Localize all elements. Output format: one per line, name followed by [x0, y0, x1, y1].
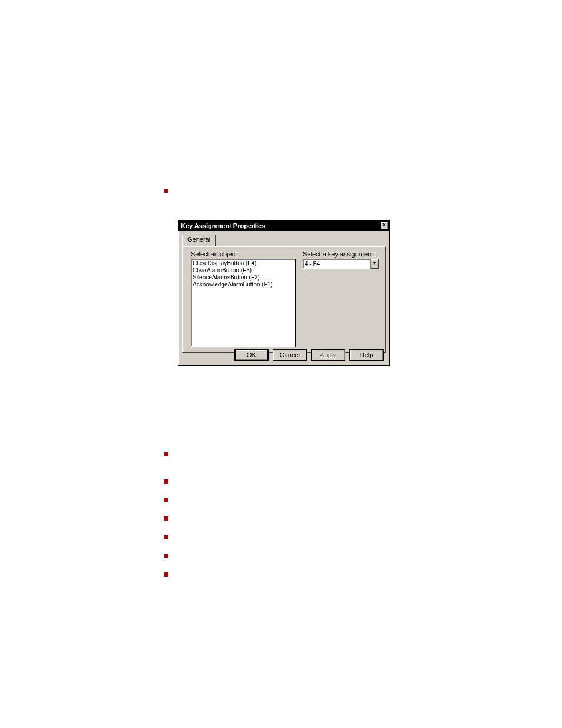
list-item[interactable]: AcknowledgeAlarmButton (F1): [193, 281, 294, 288]
chevron-down-icon[interactable]: ▼: [370, 259, 379, 269]
ok-button[interactable]: OK: [234, 349, 269, 361]
label-select-object: Select an object:: [191, 251, 239, 258]
combo-value: 4 - F4: [305, 261, 320, 267]
ok-label: OK: [247, 351, 256, 358]
apply-button[interactable]: Apply: [311, 349, 345, 361]
bullet: [164, 189, 168, 193]
key-assignment-combo[interactable]: 4 - F4 ▼: [303, 259, 379, 269]
close-icon[interactable]: ×: [380, 222, 388, 230]
bullet: [164, 516, 168, 521]
bullet: [164, 498, 168, 502]
bullet: [164, 452, 168, 456]
help-button[interactable]: Help: [349, 349, 384, 361]
titlebar[interactable]: Key Assignment Properties ×: [178, 220, 389, 231]
list-item[interactable]: CloseDisplayButton (F4): [193, 260, 294, 267]
bullet: [164, 535, 168, 539]
cancel-label: Cancel: [280, 351, 300, 358]
list-item[interactable]: ClearAlarmButton (F3): [193, 267, 294, 274]
close-glyph: ×: [382, 222, 386, 228]
object-listbox[interactable]: CloseDisplayButton (F4) ClearAlarmButton…: [191, 259, 296, 347]
key-assignment-dialog: Key Assignment Properties × General Sele…: [178, 220, 390, 366]
list-item[interactable]: SilenceAlarmsButton (F2): [193, 274, 294, 281]
apply-label: Apply: [320, 351, 336, 358]
dialog-buttons: OK Cancel Apply Help: [232, 349, 384, 362]
label-select-key: Select a key assignment:: [303, 251, 375, 258]
help-label: Help: [360, 351, 373, 358]
bullet: [164, 572, 168, 577]
bullet: [164, 554, 168, 558]
tab-pane-general: Select an object: Select a key assignmen…: [182, 246, 386, 353]
tab-label: General: [187, 236, 210, 243]
tab-strip: General: [182, 235, 386, 246]
tab-general[interactable]: General: [182, 235, 216, 246]
bullet: [164, 479, 168, 484]
cancel-button[interactable]: Cancel: [273, 349, 307, 361]
window-title: Key Assignment Properties: [181, 222, 265, 229]
